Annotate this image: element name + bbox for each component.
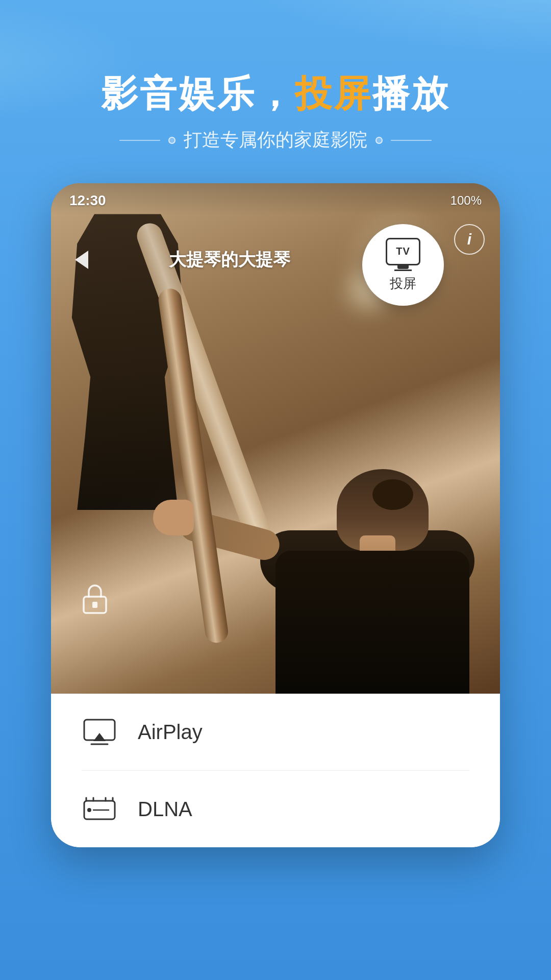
info-button[interactable]: i: [454, 224, 485, 255]
hair-bun: [372, 479, 413, 510]
bg-wave-bottom: [0, 827, 551, 980]
dlna-item[interactable]: DLNA: [82, 771, 469, 847]
header-title: 影音娱乐，投屏播放: [0, 71, 551, 115]
cast-button[interactable]: TV 投屏: [362, 224, 444, 306]
dlna-icon: [83, 796, 116, 822]
deco-line-right: [391, 140, 432, 141]
nav-title: 大提琴的大提琴: [169, 248, 290, 272]
person-body: [276, 551, 469, 694]
svg-rect-1: [92, 602, 97, 608]
title-highlight: 投屏: [295, 73, 372, 114]
phone-inner: 12:30 100% 大提琴的大提琴 TV: [51, 183, 500, 847]
phone-mockup: 12:30 100% 大提琴的大提琴 TV: [51, 183, 500, 847]
subtitle-row: 打造专属你的家庭影院: [0, 128, 551, 153]
dlna-label: DLNA: [138, 798, 192, 821]
deco-circle-right: [375, 137, 383, 144]
tv-base: [394, 270, 412, 271]
nav-right: TV 投屏 i: [362, 219, 485, 301]
header-section: 影音娱乐，投屏播放 打造专属你的家庭影院: [0, 0, 551, 183]
video-area: 12:30 100% 大提琴的大提琴 TV: [51, 183, 500, 694]
status-bar: 12:30 100%: [51, 183, 500, 215]
person-hand: [153, 500, 194, 535]
bottom-sheet: AirPlay DLNA: [51, 694, 500, 847]
status-battery: 100%: [450, 193, 482, 208]
airplay-item[interactable]: AirPlay: [82, 694, 469, 771]
svg-point-6: [87, 808, 91, 812]
deco-circle-left: [168, 137, 176, 144]
title-part1: 影音娱乐，: [101, 73, 295, 114]
tv-stand: [397, 265, 409, 269]
header-subtitle: 打造专属你的家庭影院: [184, 128, 367, 153]
nav-overlay: 大提琴的大提琴 TV 投屏 i: [51, 214, 500, 306]
airplay-label: AirPlay: [138, 721, 203, 744]
back-icon: [75, 251, 88, 269]
info-icon: i: [467, 231, 471, 248]
deco-line-left: [119, 140, 160, 141]
airplay-icon-wrap: [82, 719, 117, 745]
lock-icon: [77, 578, 113, 615]
status-time: 12:30: [69, 192, 106, 209]
svg-marker-3: [93, 733, 106, 741]
title-part3: 播放: [372, 73, 450, 114]
airplay-icon: [83, 719, 116, 745]
dlna-icon-wrap: [82, 796, 117, 822]
back-button[interactable]: [66, 244, 97, 275]
lock-icon-wrap[interactable]: [77, 578, 113, 617]
tv-icon: TV: [386, 238, 420, 265]
tv-icon-text: TV: [396, 246, 410, 257]
cast-label: 投屏: [390, 275, 416, 292]
